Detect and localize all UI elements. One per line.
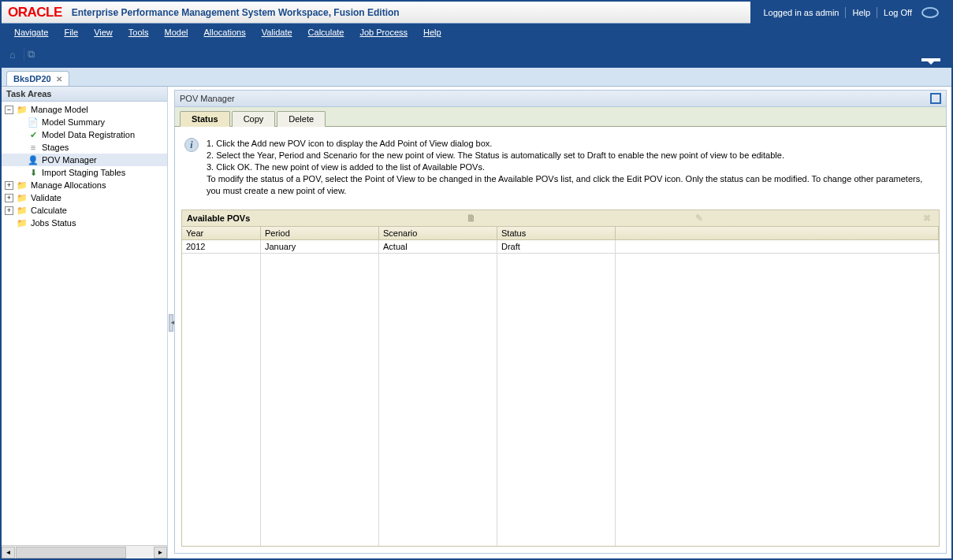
- tree-item-validate[interactable]: + 📁 Validate: [2, 191, 167, 204]
- expand-icon[interactable]: +: [5, 194, 13, 202]
- tree-label: Import Staging Tables: [42, 168, 125, 177]
- panel-header: POV Manager: [174, 90, 947, 107]
- folder-icon: 📁: [16, 217, 28, 228]
- menu-help[interactable]: Help: [423, 28, 441, 37]
- col-year[interactable]: Year: [182, 227, 261, 239]
- col-period[interactable]: Period: [261, 227, 379, 239]
- edit-pov-icon[interactable]: ✎: [695, 213, 703, 224]
- tree-label: Calculate: [31, 206, 67, 215]
- table-row[interactable]: 2012 January Actual Draft: [182, 240, 939, 254]
- expand-icon[interactable]: +: [5, 181, 13, 190]
- section-header: Available POVs 🗎 ✎ ✖: [181, 210, 940, 227]
- brand-logo: ORACLE: [8, 5, 62, 20]
- menu-tools[interactable]: Tools: [128, 28, 149, 37]
- tree-label: Manage Allocations: [31, 180, 106, 190]
- tree-item-pov-manager[interactable]: 👤 POV Manager: [2, 154, 167, 166]
- col-scenario[interactable]: Scenario: [379, 227, 497, 239]
- sidebar: Task Areas − 📁 Manage Model 📄 Model Summ…: [2, 87, 168, 558]
- folder-icon: 📁: [16, 104, 28, 115]
- folder-icon: 📁: [16, 205, 28, 216]
- folder-icon: 📁: [16, 180, 28, 191]
- separator: [845, 7, 846, 18]
- brand-oval-icon: [921, 7, 939, 18]
- menu-bar: Navigate File View Tools Model Allocatio…: [2, 24, 951, 41]
- menu-calculate[interactable]: Calculate: [308, 28, 344, 37]
- section-title: Available POVs: [187, 213, 250, 223]
- logoff-link[interactable]: Log Off: [884, 8, 912, 17]
- help-link[interactable]: Help: [852, 8, 870, 17]
- sub-tabstrip: Status Copy Delete: [174, 107, 947, 126]
- tree-item-manage-model[interactable]: − 📁 Manage Model: [2, 103, 167, 116]
- cell-status: Draft: [497, 240, 616, 253]
- tree-item-calculate[interactable]: + 📁 Calculate: [2, 204, 167, 217]
- info-text: 1. Click the Add new POV icon to display…: [207, 138, 936, 197]
- collapse-handle-icon[interactable]: [926, 60, 936, 65]
- menu-view[interactable]: View: [94, 28, 113, 37]
- tree-item-stages[interactable]: ≡ Stages: [2, 141, 167, 154]
- col-blank: [616, 227, 939, 239]
- panel-title: POV Manager: [180, 94, 235, 103]
- splitter-grip-icon[interactable]: ◄: [169, 314, 173, 332]
- tab-delete[interactable]: Delete: [277, 111, 326, 127]
- tree-label: Model Summary: [42, 117, 105, 127]
- info-box: i 1. Click the Add new POV icon to displ…: [181, 133, 940, 210]
- close-icon[interactable]: ✕: [56, 75, 62, 83]
- info-icon: i: [184, 138, 199, 152]
- pov-icon: 👤: [27, 154, 39, 165]
- scroll-thumb[interactable]: [16, 547, 126, 558]
- tab-copy[interactable]: Copy: [232, 111, 276, 127]
- tree-item-model-data-registration[interactable]: ✔ Model Data Registration: [2, 128, 167, 141]
- splitter[interactable]: ◄: [168, 87, 174, 558]
- col-status[interactable]: Status: [497, 227, 616, 239]
- document-tab-label: BksDP20: [13, 74, 51, 83]
- scroll-left-icon[interactable]: ◄: [2, 547, 15, 558]
- tab-content: i 1. Click the Add new POV icon to displ…: [174, 126, 947, 554]
- add-pov-icon[interactable]: 🗎: [467, 213, 476, 224]
- logged-in-label: Logged in as admin: [763, 8, 839, 17]
- scroll-right-icon[interactable]: ►: [154, 547, 167, 558]
- menu-validate[interactable]: Validate: [262, 28, 292, 37]
- cell-scenario: Actual: [379, 240, 497, 253]
- app-header: ORACLE Enterprise Performance Management…: [2, 2, 951, 24]
- pov-grid: Year Period Scenario Status 2012 January…: [181, 227, 940, 547]
- cell-blank: [616, 240, 939, 253]
- cell-year: 2012: [182, 240, 261, 253]
- document-tab[interactable]: BksDP20 ✕: [6, 71, 69, 86]
- tree-item-jobs-status[interactable]: 📁 Jobs Status: [2, 217, 167, 229]
- menu-model[interactable]: Model: [165, 28, 188, 37]
- sidebar-title: Task Areas: [2, 87, 167, 102]
- import-icon: ⬇: [27, 167, 39, 178]
- document-tabstrip: BksDP20 ✕: [2, 68, 951, 87]
- cell-period: January: [261, 240, 379, 253]
- menu-job-process[interactable]: Job Process: [359, 28, 408, 37]
- document-icon: 📄: [27, 117, 39, 128]
- tab-status[interactable]: Status: [180, 111, 230, 127]
- collapse-icon[interactable]: −: [5, 106, 13, 114]
- separator: [877, 7, 877, 18]
- sidebar-hscrollbar[interactable]: ◄ ►: [2, 545, 167, 558]
- grid-body: [182, 254, 939, 546]
- expand-icon[interactable]: +: [5, 206, 13, 215]
- tree-item-import-staging[interactable]: ⬇ Import Staging Tables: [2, 166, 167, 179]
- registration-icon: ✔: [27, 129, 39, 140]
- tree-label: Jobs Status: [31, 218, 76, 228]
- menu-allocations[interactable]: Allocations: [203, 28, 245, 37]
- folder-icon: 📁: [16, 192, 28, 203]
- main-panel: POV Manager Status Copy Delete i 1. Clic…: [174, 87, 951, 558]
- task-tree: − 📁 Manage Model 📄 Model Summary ✔ Model…: [2, 102, 167, 545]
- menu-file[interactable]: File: [64, 28, 78, 37]
- tree-label: Stages: [42, 143, 69, 152]
- separator: [24, 48, 24, 61]
- grid-header: Year Period Scenario Status: [182, 227, 939, 240]
- link-icon[interactable]: ⧉: [28, 48, 35, 61]
- home-icon[interactable]: ⌂: [9, 49, 16, 61]
- tree-item-manage-allocations[interactable]: + 📁 Manage Allocations: [2, 179, 167, 191]
- delete-pov-icon[interactable]: ✖: [923, 213, 931, 224]
- tree-label: Model Data Registration: [42, 130, 135, 139]
- maximize-icon[interactable]: [930, 93, 941, 104]
- app-title: Enterprise Performance Management System…: [72, 7, 400, 18]
- stages-icon: ≡: [27, 142, 39, 153]
- menu-navigate[interactable]: Navigate: [14, 28, 48, 37]
- tree-item-model-summary[interactable]: 📄 Model Summary: [2, 116, 167, 128]
- toolbar: ⌂ ⧉: [2, 41, 951, 68]
